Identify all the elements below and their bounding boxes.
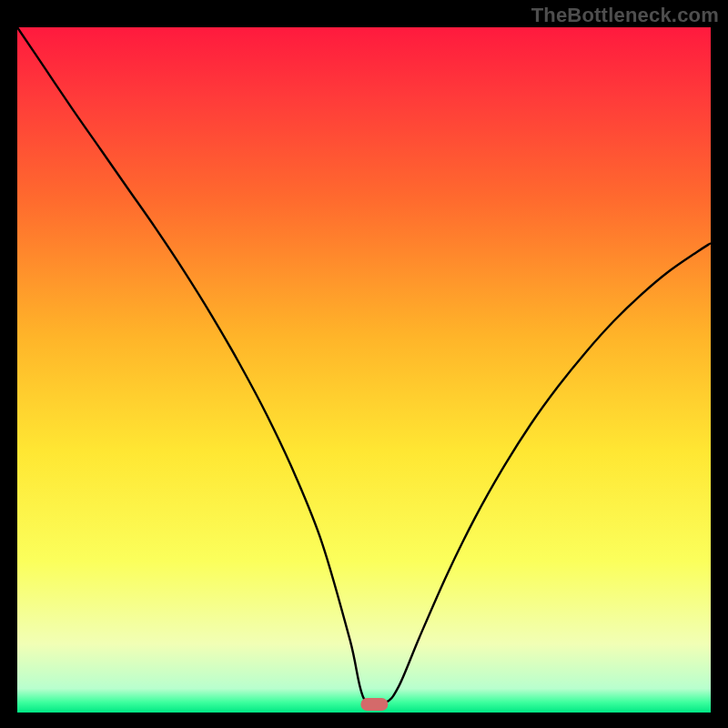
- gradient-background: [17, 27, 711, 713]
- watermark-text: TheBottleneck.com: [531, 4, 719, 27]
- chart-frame: TheBottleneck.com: [0, 0, 728, 728]
- bottleneck-chart-svg: [17, 27, 711, 713]
- plot-area: [17, 27, 711, 713]
- optimal-marker: [360, 698, 388, 711]
